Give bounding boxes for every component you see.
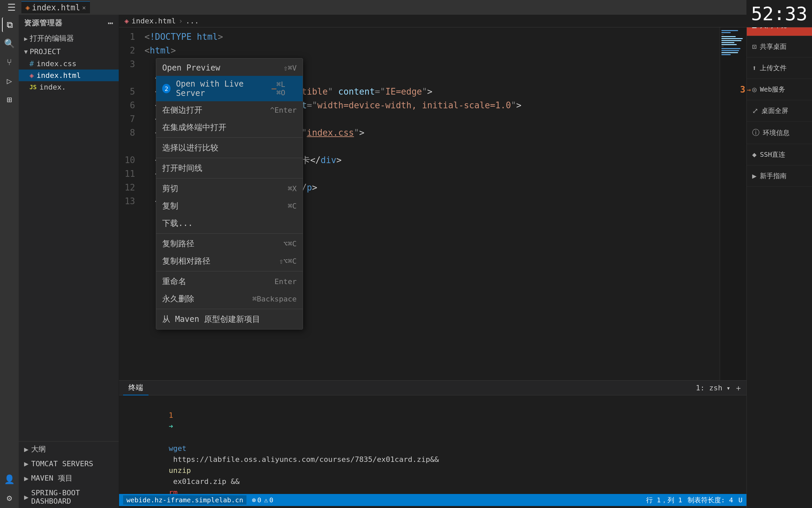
menu-copy-path-shortcut: ⌥⌘C: [283, 240, 297, 248]
js-file-icon: JS: [30, 84, 37, 91]
hamburger-menu-icon[interactable]: ☰: [4, 0, 19, 15]
menu-divider-5: [156, 271, 303, 271]
share-desktop-label: 共享桌面: [760, 42, 786, 51]
web-service-icon: ◎: [752, 85, 757, 94]
extensions-icon[interactable]: ⊞: [2, 92, 17, 107]
menu-copy-path-label: 复制路径: [162, 238, 194, 249]
css-file-icon: #: [30, 59, 34, 68]
menu-live-server-label: Open with Live Server: [176, 79, 268, 98]
explorer-icon[interactable]: ⧉: [2, 17, 17, 32]
activity-bar-bottom: 👤 ⚙: [2, 472, 17, 505]
chevron-springboot-icon: ▶: [24, 493, 29, 501]
editor-area: ◈ index.html › ... 1 2 3 5 6 7 8 10 11 1…: [119, 15, 746, 508]
cursor-position[interactable]: 行 1，列 1: [646, 496, 682, 505]
menu-copy-relative-path[interactable]: 复制相对路径 ⇧⌥⌘C: [156, 252, 303, 270]
sidebar-more-icon[interactable]: ⋯: [108, 18, 113, 28]
file-name-html: index.html: [36, 71, 81, 80]
fullscreen-label: 桌面全屏: [762, 106, 788, 115]
tab-label: index.html: [32, 3, 80, 12]
breadcrumb-separator: ›: [178, 17, 183, 25]
sidebar-outline-section[interactable]: ▶ 大纲: [19, 441, 119, 457]
menu-open-live-server[interactable]: 2 Open with Live Server — ⌘L ⌘O: [156, 76, 303, 101]
file-item-html[interactable]: ◈ index.html: [19, 70, 119, 81]
settings-icon[interactable]: ⚙: [2, 491, 17, 505]
terminal-add-icon[interactable]: ＋: [734, 383, 742, 393]
ssh-button[interactable]: ◆ SSH直连: [747, 144, 812, 165]
indent-label[interactable]: 制表符长度: 4: [688, 496, 733, 505]
fullscreen-button[interactable]: ⤢ 桌面全屏: [747, 100, 812, 122]
menu-live-server-shortcut: ⌘L ⌘O: [277, 80, 297, 97]
menu-open-timeline[interactable]: 打开时间线: [156, 159, 303, 177]
menu-copy-path[interactable]: 复制路径 ⌥⌘C: [156, 235, 303, 252]
file-item-css[interactable]: # index.css: [19, 58, 119, 70]
account-icon[interactable]: 👤: [2, 472, 17, 486]
terminal-tab-terminal[interactable]: 终端: [123, 381, 149, 395]
menu-open-preview[interactable]: Open Preview ⇧⌘V: [156, 60, 303, 76]
web-service-step-badge: 3: [740, 85, 745, 95]
search-icon[interactable]: 🔍: [2, 36, 17, 51]
web-service-button[interactable]: 3 → ◎ Web服务: [747, 79, 812, 100]
guide-button[interactable]: ▶ 新手指南: [747, 165, 812, 187]
chevron-maven-icon: ▶: [24, 474, 29, 482]
warning-icon: ⚠: [264, 496, 268, 504]
tab-close-icon[interactable]: ✕: [82, 4, 86, 11]
open-editors-section[interactable]: ▶ 打开的编辑器: [19, 32, 119, 45]
right-sidebar: 52:33 ■ 关闭环境 ⊡ 共享桌面 ⬆ 上传文件 3 → ◎ Web服务 ⤢…: [746, 15, 812, 508]
code-line-1: <!DOCTYPE html>: [139, 30, 720, 44]
menu-rename[interactable]: 重命名 Enter: [156, 273, 303, 290]
code-line-2: <html>: [139, 44, 720, 57]
outline-label: 大纲: [31, 444, 46, 454]
project-label: PROJECT: [30, 47, 61, 56]
share-desktop-button[interactable]: ⊡ 共享桌面: [747, 36, 812, 57]
terminal-shell-dropdown-icon[interactable]: ▾: [726, 384, 730, 392]
terminal-number-1: 1: [169, 411, 173, 419]
env-info-button[interactable]: ⓘ 环境信息: [747, 122, 812, 144]
encoding-label[interactable]: U: [738, 496, 742, 504]
project-section[interactable]: ▼ PROJECT: [19, 45, 119, 58]
sidebar: 资源管理器 ⋯ ▶ 打开的编辑器 ▼ PROJECT # index.css ◈…: [19, 15, 119, 508]
web-service-label: Web服务: [760, 85, 785, 94]
fullscreen-icon: ⤢: [752, 107, 758, 115]
menu-cut-label: 剪切: [162, 183, 178, 194]
guide-icon: ▶: [752, 172, 757, 180]
menu-download[interactable]: 下载...: [156, 215, 303, 232]
sidebar-tomcat-section[interactable]: ▶ TOMCAT SERVERS: [19, 457, 119, 471]
status-errors[interactable]: ⊗ 0 ⚠ 0: [252, 496, 273, 504]
menu-open-preview-shortcut: ⇧⌘V: [283, 64, 297, 72]
sidebar-maven-section[interactable]: ▶ MAVEN 项目: [19, 471, 119, 486]
upload-file-button[interactable]: ⬆ 上传文件: [747, 57, 812, 79]
ssh-icon: ◆: [752, 151, 757, 159]
context-menu[interactable]: Open Preview ⇧⌘V 2 Open with Live Server…: [156, 58, 303, 330]
sidebar-springboot-section[interactable]: ▶ SPRING-BOOT DASHBOARD: [19, 486, 119, 508]
menu-delete-shortcut: ⌘Backspace: [252, 295, 297, 303]
menu-delete[interactable]: 永久删除 ⌘Backspace: [156, 290, 303, 307]
springboot-label: SPRING-BOOT DASHBOARD: [31, 489, 113, 505]
tab-index-html[interactable]: ◈ index.html ✕: [22, 1, 90, 13]
terminal-tab-label: 终端: [128, 383, 143, 392]
env-info-icon: ⓘ: [752, 128, 760, 138]
guide-label: 新手指南: [760, 171, 786, 180]
menu-download-label: 下载...: [162, 218, 193, 228]
open-editors-label: 打开的编辑器: [30, 33, 74, 43]
sidebar-header: 资源管理器 ⋯: [19, 15, 119, 32]
menu-open-side[interactable]: 在侧边打开 ^Enter: [156, 101, 303, 119]
menu-divider-4: [156, 233, 303, 234]
activity-bar: ⧉ 🔍 ⑂ ▷ ⊞ 👤 ⚙: [0, 15, 19, 508]
sidebar-title: 资源管理器: [24, 18, 63, 28]
menu-select-compare[interactable]: 选择以进行比较: [156, 139, 303, 157]
file-item-js[interactable]: JS index.: [19, 81, 119, 93]
terminal-line-1: 1 ➜ wget https://labfile.oss.aliyuncs.co…: [124, 399, 741, 494]
menu-cut[interactable]: 剪切 ⌘X: [156, 180, 303, 197]
menu-copy[interactable]: 复制 ⌘C: [156, 197, 303, 215]
terminal-content[interactable]: 1 ➜ wget https://labfile.oss.aliyuncs.co…: [119, 395, 746, 494]
menu-open-timeline-label: 打开时间线: [162, 163, 202, 173]
source-control-icon[interactable]: ⑂: [2, 55, 17, 70]
terminal-tab-right: 1: zsh ▾ ＋: [696, 383, 742, 393]
menu-rename-label: 重命名: [162, 276, 186, 287]
chevron-tomcat-icon: ▶: [24, 460, 29, 468]
share-desktop-icon: ⊡: [752, 42, 757, 51]
menu-open-terminal[interactable]: 在集成终端中打开: [156, 119, 303, 136]
menu-create-maven[interactable]: 从 Maven 原型创建新项目: [156, 310, 303, 328]
status-domain[interactable]: webide.hz-iframe.simplelab.cn: [123, 495, 246, 505]
run-debug-icon[interactable]: ▷: [2, 74, 17, 88]
